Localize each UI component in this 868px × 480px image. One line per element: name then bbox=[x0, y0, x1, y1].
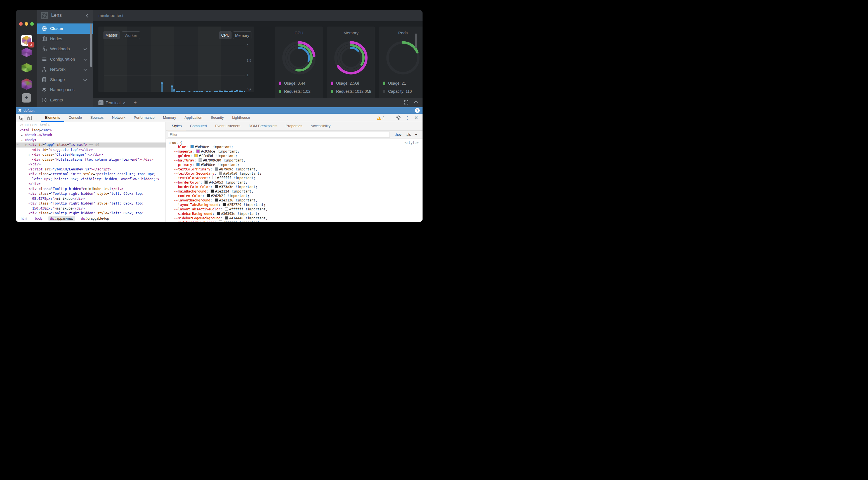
color-swatch[interactable] bbox=[215, 167, 218, 171]
dom-tree-line[interactable]: ⋯▼<div id="app" class="is-mac"> == $0 bbox=[16, 142, 165, 147]
css-property[interactable]: --halfGray: #87909c80 !important; bbox=[174, 159, 423, 163]
chevron-up-icon[interactable] bbox=[414, 101, 418, 105]
close-devtools-icon[interactable]: ✕ bbox=[414, 115, 418, 121]
close-window-button[interactable] bbox=[19, 22, 23, 26]
styles-tab-computed[interactable]: Computed bbox=[186, 122, 211, 130]
sidebar-collapse-icon[interactable] bbox=[86, 14, 90, 18]
styles-filter-input[interactable] bbox=[168, 132, 390, 137]
dom-tree-line[interactable]: ▶<head>…</head> bbox=[16, 133, 165, 138]
dom-tree-line[interactable]: <script src="/build/LensDev.js"></script… bbox=[16, 167, 165, 172]
css-property[interactable]: --textColorSecondary: #a0a0a0 !important… bbox=[174, 172, 423, 176]
dom-tree-line[interactable]: ▼<body> bbox=[16, 138, 165, 143]
kebab-menu-icon[interactable]: ⋮ bbox=[405, 115, 410, 121]
devtools-tab-memory[interactable]: Memory bbox=[159, 114, 180, 122]
dom-tree-line[interactable]: <!DOCTYPE html> bbox=[16, 123, 165, 128]
dom-tree-line[interactable]: <html lang="en"> bbox=[16, 128, 165, 133]
dom-tree-line[interactable]: <div class="Tooltip right hidden" style=… bbox=[16, 192, 165, 197]
chevron-down-icon[interactable] bbox=[83, 47, 87, 50]
color-swatch[interactable] bbox=[215, 198, 218, 202]
devtools-tab-console[interactable]: Console bbox=[64, 114, 86, 122]
css-property[interactable]: --textColorAccent: #ffffff !important; bbox=[174, 176, 423, 180]
css-property[interactable]: --sidebarBackground: #36393e !important; bbox=[174, 212, 423, 216]
devtools-tab-lighthouse[interactable]: Lighthouse bbox=[228, 114, 254, 122]
styles-tab-event-listeners[interactable]: Event Listeners bbox=[211, 122, 244, 130]
dom-tree-line[interactable]: <div class="Tooltip hidden">minikube-tes… bbox=[16, 186, 165, 192]
cluster-item-3[interactable] bbox=[22, 63, 32, 72]
dom-tree-line[interactable]: left: 0px; height: 0px; visibility: hidd… bbox=[16, 177, 165, 182]
color-swatch[interactable] bbox=[223, 203, 226, 206]
color-swatch[interactable] bbox=[207, 194, 210, 197]
dom-tree-line[interactable]: <div class="terminal-init" style="positi… bbox=[16, 172, 165, 177]
dom-tree-line[interactable]: </div> bbox=[16, 162, 165, 167]
css-property[interactable]: --borderColor: #4c5053 !important; bbox=[174, 180, 423, 185]
breadcrumb-item[interactable]: div#app.is-mac bbox=[49, 216, 75, 221]
toggle-classes[interactable]: .cls bbox=[406, 133, 411, 137]
color-swatch[interactable] bbox=[196, 149, 200, 153]
close-terminal-icon[interactable]: × bbox=[123, 100, 126, 105]
color-swatch[interactable] bbox=[217, 212, 220, 215]
css-property[interactable]: --layoutTabsActiveColor: #ffffff !import… bbox=[174, 207, 423, 212]
dom-tree-line[interactable]: 95.4375px;">minikube</div> bbox=[16, 197, 165, 201]
terminal-tab[interactable]: Terminal bbox=[106, 101, 121, 105]
color-swatch[interactable] bbox=[225, 207, 228, 211]
styles-tab-properties[interactable]: Properties bbox=[282, 122, 307, 130]
cluster-item-2[interactable] bbox=[22, 48, 32, 57]
color-swatch[interactable] bbox=[198, 159, 202, 162]
styles-tab-dom-breakpoints[interactable]: DOM Breakpoints bbox=[244, 122, 282, 130]
devtools-tab-network[interactable]: Network bbox=[108, 114, 130, 122]
stylesheet-link[interactable]: <style> bbox=[404, 141, 418, 145]
devtools-tab-security[interactable]: Security bbox=[206, 114, 228, 122]
dom-tree-line[interactable]: <div class="Tooltip right hidden" style=… bbox=[16, 201, 165, 206]
color-swatch[interactable] bbox=[211, 190, 214, 193]
chevron-down-icon[interactable] bbox=[83, 57, 87, 61]
styles-tab-styles[interactable]: Styles bbox=[167, 122, 186, 130]
color-swatch[interactable] bbox=[215, 185, 218, 188]
expanded-arrow-icon[interactable]: ▼ bbox=[21, 138, 23, 143]
breadcrumb-item[interactable]: body bbox=[33, 216, 44, 221]
color-swatch[interactable] bbox=[225, 216, 228, 219]
css-property[interactable]: --sidebarLogoBackground: #414448 !import… bbox=[174, 216, 423, 221]
sidebar-item-nodes[interactable]: Nodes bbox=[37, 34, 93, 44]
devtools-tab-performance[interactable]: Performance bbox=[129, 114, 159, 122]
add-terminal-icon[interactable]: + bbox=[134, 99, 137, 106]
sidebar-item-workloads[interactable]: Workloads bbox=[37, 44, 93, 54]
css-property[interactable]: --layoutBackground: #2e3136 !important; bbox=[174, 198, 423, 203]
dom-tree-line[interactable]: ▶<div class="ClusterManager">…</div> bbox=[16, 152, 165, 157]
css-property[interactable]: --layoutTabsBackground: #252729 !importa… bbox=[174, 203, 423, 207]
breadcrumb-item[interactable]: div#draggable-top bbox=[80, 216, 111, 221]
collapsed-arrow-icon[interactable]: ▶ bbox=[21, 133, 23, 138]
css-property[interactable]: --mainBackground: #1e2124 !important; bbox=[174, 190, 423, 194]
toggle-hover-state[interactable]: :hov bbox=[395, 133, 402, 137]
fullscreen-icon[interactable] bbox=[404, 100, 408, 104]
color-swatch[interactable] bbox=[219, 172, 222, 175]
breadcrumb-item[interactable]: html bbox=[19, 216, 29, 221]
new-style-rule-button[interactable]: + bbox=[415, 133, 417, 137]
expanded-arrow-icon[interactable]: ▼ bbox=[25, 143, 27, 148]
warnings-indicator[interactable]: 2 bbox=[377, 116, 384, 120]
sidebar-item-configuration[interactable]: Configuration bbox=[37, 54, 93, 65]
dom-tree-line[interactable]: 150.438px;">minikube</div> bbox=[16, 206, 165, 211]
dom-tree-line[interactable]: </div> bbox=[16, 182, 165, 186]
css-property[interactable]: --textColorPrimary: #87909c !important; bbox=[174, 167, 423, 172]
css-property[interactable]: --sidebarActiveColor: #ffffff !important… bbox=[174, 220, 423, 222]
dom-tree-line[interactable]: <div class="Notifications flex column al… bbox=[16, 157, 165, 162]
cluster-item-active[interactable]: 3 bbox=[21, 35, 32, 46]
sidebar-item-namespaces[interactable]: Namespaces bbox=[37, 85, 93, 95]
chevron-down-icon[interactable] bbox=[83, 67, 87, 71]
main-scrollbar[interactable] bbox=[415, 34, 417, 48]
devtools-tab-elements[interactable]: Elements bbox=[41, 114, 64, 122]
help-icon[interactable]: ? bbox=[415, 108, 420, 113]
inspect-element-icon[interactable] bbox=[19, 115, 24, 121]
devtools-tab-application[interactable]: Application bbox=[180, 114, 207, 122]
sidebar-item-events[interactable]: Events bbox=[37, 95, 93, 105]
css-property[interactable]: --borderFaintColor: #373a3e !important; bbox=[174, 185, 423, 190]
sidebar-item-cluster[interactable]: Cluster bbox=[37, 24, 93, 34]
device-toolbar-icon[interactable] bbox=[27, 115, 32, 121]
css-property[interactable]: --contentColor: #262b2f !important; bbox=[174, 194, 423, 198]
gear-icon[interactable] bbox=[396, 115, 401, 120]
css-property[interactable]: --primary: #3d90ce !important; bbox=[174, 163, 423, 167]
devtools-tab-sources[interactable]: Sources bbox=[86, 114, 108, 122]
chevron-down-icon[interactable] bbox=[83, 78, 87, 81]
dom-tree-line[interactable]: <div id="draggable-top"></div> bbox=[16, 147, 165, 152]
css-property[interactable]: --blue: #3d90ce !important; bbox=[174, 145, 423, 149]
